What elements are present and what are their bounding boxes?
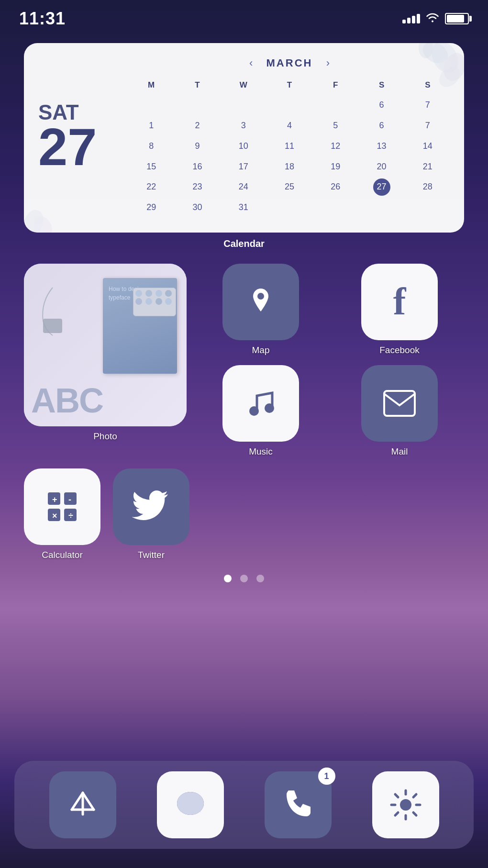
svg-text:÷: ÷ <box>68 511 73 521</box>
svg-text:-: - <box>68 495 71 504</box>
page-dot-2[interactable] <box>240 575 248 582</box>
svg-line-33 <box>395 794 398 797</box>
facebook-app-wrap: f Facebook <box>335 264 464 356</box>
photo-app-wrap: How to design a typeface ABC <box>24 264 187 457</box>
page-dot-3[interactable] <box>256 575 264 582</box>
calendar-month-name: MARCH <box>266 57 313 69</box>
music-app-label: Music <box>249 446 273 457</box>
app-grid: How to design a typeface ABC <box>24 264 464 457</box>
svg-point-12 <box>265 403 274 413</box>
svg-point-10 <box>257 293 264 300</box>
app-store-dock-wrap <box>49 771 116 838</box>
music-app-icon[interactable] <box>222 365 299 442</box>
photo-app-label: Photo <box>93 431 117 442</box>
svg-rect-9 <box>43 319 62 333</box>
calendar-day-number: 27 <box>38 121 120 173</box>
facebook-app-label: Facebook <box>379 345 419 356</box>
svg-point-28 <box>400 799 411 811</box>
cal-header-t2: T <box>267 77 311 93</box>
mail-app-wrap: Mail <box>335 365 464 457</box>
wifi-icon <box>426 12 439 25</box>
dock: 1 <box>14 761 474 849</box>
svg-text:+: + <box>52 495 57 504</box>
twitter-app-wrap: Twitter <box>113 468 189 560</box>
bottom-app-row: + - × ÷ Calculator Twitter <box>24 468 464 560</box>
phone-dock-wrap: 1 <box>265 771 332 838</box>
cal-header-f: F <box>313 77 357 93</box>
twitter-app-icon[interactable] <box>113 468 189 545</box>
calendar-widget: SAT 27 ‹ MARCH › M T W T F S S . . . <box>24 43 464 233</box>
cal-header-t1: T <box>175 77 219 93</box>
music-app-wrap: Music <box>196 365 325 457</box>
svg-line-34 <box>413 812 416 815</box>
cal-header-w: W <box>222 77 266 93</box>
calendar-week-3: 8 9 10 11 12 13 14 <box>129 137 450 155</box>
facebook-app-icon[interactable]: f <box>361 264 438 340</box>
calendar-week-5: 22 23 24 25 26 27 28 <box>129 178 450 196</box>
svg-line-35 <box>413 794 416 797</box>
svg-point-11 <box>249 406 259 416</box>
calendar-week-4: 15 16 17 18 19 20 21 <box>129 158 450 176</box>
app-store-dock-icon[interactable] <box>49 771 116 838</box>
settings-dock-icon[interactable] <box>372 771 439 838</box>
phone-badge: 1 <box>318 768 335 785</box>
calendar-prev-button[interactable]: ‹ <box>244 56 258 70</box>
twitter-app-label: Twitter <box>138 550 165 560</box>
svg-point-8 <box>33 216 43 225</box>
svg-text:×: × <box>52 511 57 521</box>
calendar-week-2: 1 2 3 4 5 6 7 <box>129 117 450 134</box>
messages-dock-wrap <box>157 771 224 838</box>
svg-line-25 <box>83 793 94 810</box>
page-dot-1[interactable] <box>224 575 232 582</box>
status-icons <box>402 12 469 25</box>
cal-header-m: M <box>129 77 173 93</box>
mail-app-label: Mail <box>391 446 408 457</box>
mail-app-icon[interactable] <box>361 365 438 442</box>
calculator-app-icon[interactable]: + - × ÷ <box>24 468 100 545</box>
calculator-app-label: Calculator <box>42 550 83 560</box>
calendar-widget-label: Calendar <box>0 238 488 249</box>
signal-icon <box>402 14 420 23</box>
map-app-icon[interactable] <box>222 264 299 340</box>
svg-line-24 <box>72 793 83 810</box>
svg-line-36 <box>395 812 398 815</box>
status-time: 11:31 <box>19 9 66 29</box>
flower-deco-left <box>24 185 91 233</box>
status-bar: 11:31 <box>0 0 488 33</box>
settings-dock-wrap <box>372 771 439 838</box>
calendar-next-button[interactable]: › <box>321 56 334 70</box>
svg-rect-13 <box>384 391 415 416</box>
calendar-week-6: 29 30 31 . . . . <box>129 199 450 216</box>
svg-point-4 <box>439 59 451 70</box>
messages-dock-icon[interactable] <box>157 771 224 838</box>
battery-icon <box>445 13 469 24</box>
photo-app-icon[interactable]: How to design a typeface ABC <box>24 264 187 426</box>
flower-deco-right <box>388 43 464 100</box>
map-app-wrap: Map <box>196 264 325 356</box>
page-dots <box>0 575 488 582</box>
map-app-label: Map <box>252 345 270 356</box>
calculator-app-wrap: + - × ÷ Calculator <box>24 468 100 560</box>
